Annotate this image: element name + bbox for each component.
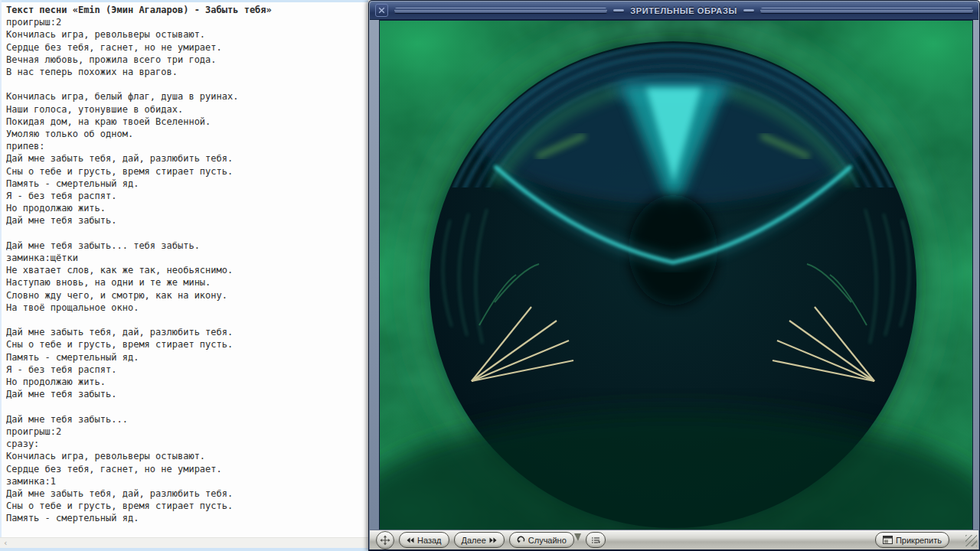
menu-button[interactable] xyxy=(586,532,606,548)
move-cross-icon[interactable] xyxy=(376,531,394,549)
lyrics-line: Дай мне забыть тебя, дай, разлюбить тебя… xyxy=(6,487,365,500)
playback-control-bar: Назад Далее Случайно xyxy=(370,530,978,549)
horizontal-scrollbar[interactable]: ‹ xyxy=(0,537,368,548)
lyrics-line: Умоляю только об одном. xyxy=(6,128,365,140)
random-button[interactable]: Случайно xyxy=(509,532,574,548)
lyrics-line xyxy=(6,314,365,326)
lyrics-line: Сны о тебе и грусть, время стирает пусть… xyxy=(6,500,365,512)
scroll-left-arrow-icon[interactable]: ‹ xyxy=(0,539,7,547)
titlebar-dash-left xyxy=(613,9,624,11)
lyrics-line: Сны о тебе и грусть, время стирает пусть… xyxy=(6,338,365,350)
random-button-label: Случайно xyxy=(528,536,567,545)
window-title: ЗРИТЕЛЬНЫЕ ОБРАЗЫ xyxy=(630,6,737,15)
lyrics-line: Наступаю вновь, на одни и те же мины. xyxy=(6,276,365,289)
lyrics-line: На твоё прощальное окно. xyxy=(6,302,365,314)
lyrics-line: Не хватает слов, как же так, необьяснимо… xyxy=(6,264,365,276)
lyrics-line: Словно жду чего, и смотрю, как на икону. xyxy=(6,289,365,302)
lyrics-line: Кончилась игра, револьверы остывают. xyxy=(6,450,365,462)
next-button[interactable]: Далее xyxy=(454,532,505,548)
list-menu-dropdown-icon xyxy=(591,536,600,544)
lyrics-line: Кончилась игра, револьверы остывают. xyxy=(6,28,365,41)
lyrics-line: Кончилась игра, белый флаг, душа в руина… xyxy=(6,90,365,103)
lyrics-line: Дай мне тебя забыть. xyxy=(6,388,365,400)
sparkle-icon[interactable] xyxy=(375,4,388,17)
attach-button-label: Прикрепить xyxy=(896,536,942,545)
lyrics-line: Сны о тебе и грусть, время стирает пусть… xyxy=(6,165,365,178)
lyrics-line: заминка:1 xyxy=(6,475,365,487)
next-button-label: Далее xyxy=(462,536,486,545)
lyrics-line xyxy=(6,78,365,90)
titlebar-dash-right xyxy=(743,9,754,11)
lyrics-line: проигрыш:2 xyxy=(6,16,365,28)
lyrics-line: Текст песни «Emin (Эмин Агаларов) - Забы… xyxy=(6,4,365,16)
lyrics-line: Но продолжаю жить. xyxy=(6,202,365,214)
lyrics-panel-left-edge xyxy=(0,0,2,551)
lyrics-panel: Текст песни «Emin (Эмин Агаларов) - Забы… xyxy=(0,0,368,551)
back-button-label: Назад xyxy=(417,536,442,545)
double-left-triangles-icon xyxy=(407,537,414,543)
lyrics-panel-bottom-edge xyxy=(0,548,368,551)
lyrics-line xyxy=(6,401,365,413)
lyrics-line: Вечная любовь, прожила всего три года. xyxy=(6,54,365,66)
lyrics-line: Сердце без тебя, гаснет, но не умирает. xyxy=(6,463,365,475)
lyrics-line: Я - без тебя распят. xyxy=(6,364,365,376)
lyrics-line: Но продолжаю жить. xyxy=(6,376,365,388)
lyrics-line: припев: xyxy=(6,140,365,152)
skin-notch xyxy=(574,533,581,541)
lyrics-line xyxy=(6,227,365,240)
visualization-canvas xyxy=(379,20,973,531)
cycle-arrow-icon xyxy=(517,536,525,544)
lyrics-line: Наши голоса, утонувшие в обидах. xyxy=(6,103,365,116)
lyrics-line: проигрыш:2 xyxy=(6,425,365,438)
back-button[interactable]: Назад xyxy=(399,532,449,548)
lyrics-text: Текст песни «Emin (Эмин Агаларов) - Забы… xyxy=(6,4,365,523)
lyrics-line: Память - смертельный яд. xyxy=(6,512,365,523)
lyrics-line: сразу: xyxy=(6,438,365,450)
visualization-window: ЗРИТЕЛЬНЫЕ ОБРАЗЫ xyxy=(368,0,980,551)
lyrics-line: Дай мне забыть тебя, дай, разлюбить тебя… xyxy=(6,152,365,165)
lyrics-line: Дай мне забыть тебя, дай, разлюбить тебя… xyxy=(6,326,365,338)
titlebar-stripes-left xyxy=(394,8,607,13)
lyrics-line: Дай мне тебя забыть. xyxy=(6,214,365,227)
attach-button[interactable]: Прикрепить xyxy=(875,532,949,548)
titlebar-stripes-right xyxy=(760,8,973,13)
lyrics-line: Дай мне тебя забыть... xyxy=(6,413,365,425)
lyrics-panel-top-edge xyxy=(0,0,368,2)
lyrics-line: Память - смертельный яд. xyxy=(6,178,365,190)
lyrics-line: заминка:щётки xyxy=(6,252,365,264)
titlebar[interactable]: ЗРИТЕЛЬНЫЕ ОБРАЗЫ xyxy=(370,2,978,20)
lyrics-line: Память - смертельный яд. xyxy=(6,351,365,364)
lyrics-line: В нас теперь похожих на врагов. xyxy=(6,66,365,78)
resize-grip[interactable] xyxy=(965,535,977,546)
double-right-triangles-icon xyxy=(489,537,497,543)
dock-window-icon xyxy=(883,536,893,544)
lyrics-line: Покидая дом, на краю твоей Вселенной. xyxy=(6,116,365,128)
lyrics-line: Я - без тебя распят. xyxy=(6,190,365,202)
lyrics-line: Сердце без тебя, гаснет, но не умирает. xyxy=(6,41,365,54)
lyrics-line: Дай мне тебя забыть... тебя забыть. xyxy=(6,240,365,252)
